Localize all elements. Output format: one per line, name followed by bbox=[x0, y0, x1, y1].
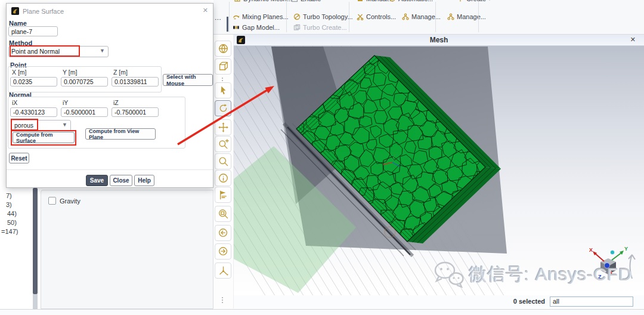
point-y-input[interactable] bbox=[61, 77, 108, 87]
turbo-topology-icon bbox=[293, 13, 301, 20]
selection-status-bar: 0 selected all bbox=[234, 295, 644, 308]
mesh-window-titlebar: Mesh ✕ bbox=[234, 35, 644, 46]
app-window: ⋯ Dynamic Mesh... Enable Manual... Autom… bbox=[0, 0, 644, 315]
zoom-area-icon[interactable] bbox=[215, 206, 231, 222]
point-z-input[interactable] bbox=[112, 77, 159, 87]
bottom-strip bbox=[0, 309, 644, 315]
toolbar-handle[interactable] bbox=[222, 297, 223, 298]
ribbon-overflow-indicator[interactable]: ⋯ bbox=[215, 16, 221, 23]
ribbon-item-dynamic-mesh[interactable]: Dynamic Mesh... bbox=[234, 0, 292, 2]
manual-adapt-icon bbox=[357, 0, 364, 2]
rotate-view-icon[interactable] bbox=[215, 100, 231, 116]
group-divider bbox=[478, 2, 479, 32]
select-with-mouse-button[interactable]: Select with Mouse bbox=[163, 74, 213, 86]
ribbon-item-mixing-planes[interactable]: Mixing Planes... bbox=[233, 13, 289, 20]
ribbon-item-controls[interactable]: Controls... bbox=[357, 13, 396, 20]
ribbon-item-manage-surface[interactable]: Manage... bbox=[447, 13, 486, 20]
close-button[interactable]: Close bbox=[110, 175, 132, 186]
point-y-label: Y [m] bbox=[63, 69, 77, 76]
next-view-icon[interactable] bbox=[215, 243, 231, 260]
select-pointer-icon[interactable] bbox=[215, 82, 231, 98]
ribbon-item-create[interactable]: Create▾ bbox=[457, 0, 491, 2]
ribbon: ⋯ Dynamic Mesh... Enable Manual... Autom… bbox=[213, 0, 644, 35]
dialog-separator bbox=[7, 169, 213, 170]
group-divider bbox=[229, 2, 230, 32]
mesh-window-close-icon[interactable]: ✕ bbox=[630, 36, 636, 44]
point-x-input[interactable] bbox=[10, 77, 57, 87]
selected-count: 0 selected bbox=[513, 298, 545, 305]
ribbon-mini-scrollbar[interactable] bbox=[227, 17, 228, 32]
dialog-close-icon[interactable]: ✕ bbox=[203, 7, 208, 14]
dialog-titlebar: Plane Surface bbox=[11, 7, 64, 15]
compute-from-surface-button[interactable]: Compute from Surface bbox=[13, 132, 75, 143]
chevron-down-icon: ▼ bbox=[62, 122, 67, 128]
point-x-label: X [m] bbox=[12, 69, 27, 76]
dynamic-mesh-icon bbox=[234, 0, 241, 2]
reset-button[interactable]: Reset bbox=[9, 153, 29, 163]
tree-scrollbar[interactable] bbox=[33, 188, 38, 294]
graphics-viewport[interactable]: X Y Z bbox=[234, 46, 644, 295]
tree-item-fragment[interactable]: 44) bbox=[7, 210, 17, 217]
ribbon-item-turbo-topology[interactable]: Turbo Topology... bbox=[293, 13, 353, 20]
method-dropdown[interactable]: Point and Normal▼ bbox=[8, 46, 109, 57]
create-plus-icon bbox=[457, 0, 464, 2]
ribbon-item-gap-model[interactable]: Gap Model... bbox=[233, 24, 280, 31]
mesh-display-icon[interactable] bbox=[215, 41, 231, 57]
group-divider bbox=[435, 2, 436, 32]
mixing-planes-icon bbox=[233, 13, 240, 20]
ribbon-item-turbo-create[interactable]: Turbo Create... bbox=[293, 24, 347, 31]
point-z-label: Z [m] bbox=[113, 69, 128, 76]
view-orientation-icon[interactable] bbox=[215, 58, 231, 75]
hierarchy-icon bbox=[447, 13, 454, 20]
tree-item-fragment[interactable]: =147) bbox=[1, 228, 18, 235]
zoom-magnifier-icon[interactable] bbox=[215, 153, 231, 169]
save-button[interactable]: Save bbox=[86, 175, 108, 186]
zoom-in-icon[interactable] bbox=[215, 136, 231, 152]
help-button[interactable]: Help bbox=[134, 175, 154, 186]
normal-iz-label: iZ bbox=[113, 99, 119, 106]
task-page-panel: Gravity bbox=[41, 190, 213, 309]
surface-select-dropdown[interactable]: porous▼ bbox=[11, 120, 71, 131]
gravity-checkbox[interactable] bbox=[48, 197, 56, 205]
toolbar-handle[interactable] bbox=[222, 78, 223, 79]
turbo-create-icon bbox=[293, 24, 301, 31]
tree-item-fragment[interactable]: 50) bbox=[7, 219, 17, 226]
mesh-window-title: Mesh bbox=[234, 36, 644, 44]
ribbon-item-manual[interactable]: Manual... bbox=[357, 0, 393, 2]
axes-triad-icon[interactable] bbox=[215, 262, 231, 279]
tree-scrollbar-track[interactable] bbox=[33, 294, 38, 309]
info-icon[interactable] bbox=[215, 170, 231, 186]
plane-surface-dialog: Plane Surface ✕ Name Method Point and No… bbox=[6, 3, 213, 188]
hierarchy-icon bbox=[402, 13, 409, 20]
compute-from-view-plane-button[interactable]: Compute from View Plane bbox=[85, 128, 156, 140]
axis-triad: X Y Z bbox=[589, 246, 635, 280]
scene-3d: X Y Z bbox=[234, 46, 644, 295]
selection-filter-combo[interactable]: all bbox=[550, 297, 633, 307]
fluent-app-icon bbox=[11, 7, 19, 15]
gap-model-icon bbox=[233, 24, 240, 31]
normal-ix-input[interactable] bbox=[10, 107, 57, 117]
ribbon-item-enable[interactable]: Enable bbox=[291, 0, 321, 2]
group-divider bbox=[286, 2, 287, 32]
probe-flag-icon[interactable] bbox=[215, 187, 231, 203]
automatic-adapt-icon bbox=[389, 0, 396, 2]
axis-y-label: Y bbox=[624, 246, 628, 252]
scissors-icon bbox=[357, 13, 364, 20]
pan-view-icon[interactable] bbox=[215, 119, 231, 135]
axis-x-label: X bbox=[589, 247, 593, 253]
tree-item-fragment[interactable]: 3) bbox=[6, 201, 12, 208]
group-divider bbox=[349, 2, 349, 32]
chevron-down-icon: ▼ bbox=[100, 48, 105, 54]
sketch-arrow bbox=[628, 255, 635, 279]
dialog-title: Plane Surface bbox=[23, 8, 64, 15]
ribbon-item-automatic[interactable]: Automatic... bbox=[389, 0, 433, 2]
view-toolbar bbox=[213, 35, 234, 308]
normal-iy-input[interactable] bbox=[61, 107, 108, 117]
enable-checkbox-icon bbox=[291, 0, 298, 2]
name-input[interactable] bbox=[8, 26, 58, 36]
normal-iz-input[interactable] bbox=[112, 107, 159, 117]
previous-view-icon[interactable] bbox=[215, 225, 231, 241]
gravity-label: Gravity bbox=[60, 197, 80, 205]
tree-item-fragment[interactable]: 7) bbox=[6, 192, 12, 199]
axis-z-label: Z bbox=[598, 274, 602, 280]
